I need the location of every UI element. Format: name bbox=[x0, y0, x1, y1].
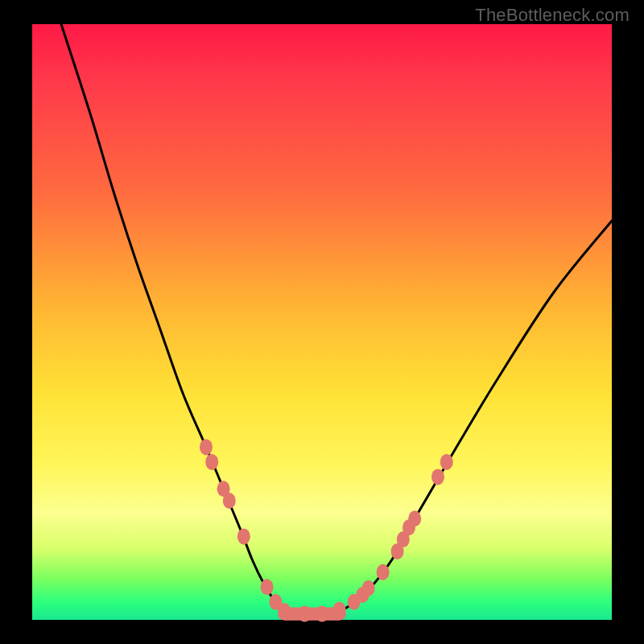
data-marker bbox=[278, 603, 291, 619]
data-marker bbox=[205, 454, 218, 470]
data-marker bbox=[298, 606, 311, 622]
watermark-text: TheBottleneck.com bbox=[475, 5, 630, 26]
data-marker bbox=[333, 601, 346, 617]
chart-overlay bbox=[32, 24, 612, 620]
curve-layer bbox=[61, 24, 612, 614]
data-marker bbox=[431, 469, 444, 485]
data-marker bbox=[261, 579, 274, 595]
marker-layer bbox=[200, 439, 453, 621]
data-marker bbox=[316, 606, 328, 622]
data-marker bbox=[237, 528, 250, 544]
bottleneck-curve bbox=[61, 24, 612, 614]
data-marker bbox=[200, 439, 213, 455]
data-marker bbox=[408, 510, 421, 526]
data-marker bbox=[223, 493, 236, 509]
data-marker bbox=[440, 454, 453, 470]
data-marker bbox=[377, 564, 390, 580]
data-marker bbox=[362, 580, 375, 597]
outer-frame: TheBottleneck.com bbox=[0, 0, 644, 644]
